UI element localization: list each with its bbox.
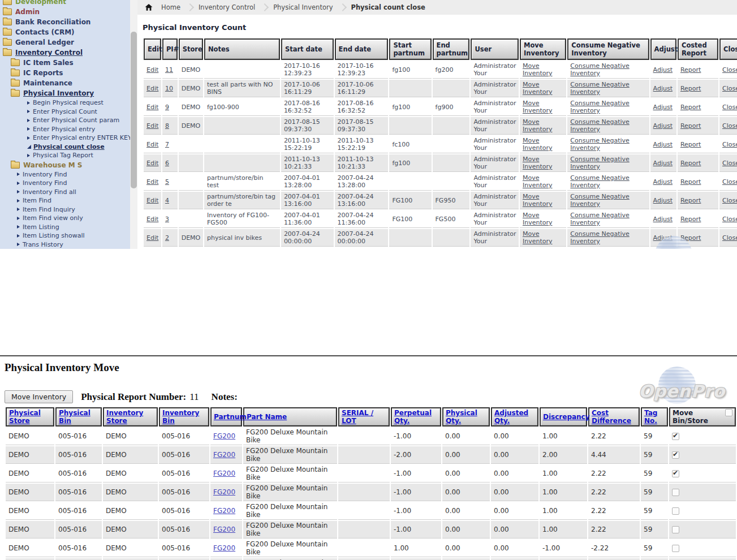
partnum-link[interactable]: FG200 [213,469,235,477]
consume-negative-inventory-link[interactable]: Consume Negative Inventory [570,100,629,114]
partnum-link[interactable]: FG200 [213,488,235,496]
move-bin-store-checkbox[interactable] [672,545,679,552]
sidebar-tree-item[interactable]: Inventory Find [0,179,130,188]
partnum-link[interactable]: FG200 [213,525,235,533]
move-inventory-link[interactable]: Move Inventory [523,174,553,189]
close-link[interactable]: Close [722,160,737,167]
consume-negative-inventory-link[interactable]: Consume Negative Inventory [570,212,629,226]
consume-negative-inventory-link[interactable]: Consume Negative Inventory [570,118,629,133]
col-discrepancy-link[interactable]: Discrepancy [543,413,590,421]
sidebar-tree-item[interactable]: General Ledger [0,37,130,48]
consume-negative-inventory-link[interactable]: Consume Negative Inventory [570,62,629,77]
sidebar-item-label[interactable]: Item Find [23,197,51,204]
sidebar-tree-item[interactable]: Inventory Control [0,48,130,58]
pi-number-link[interactable]: 5 [165,178,169,186]
sidebar-item-label[interactable]: Admin [15,8,40,16]
move-bin-store-checkbox[interactable] [672,433,679,440]
adjust-link[interactable]: Adjust [653,178,673,186]
home-icon[interactable] [145,3,153,11]
sidebar-tree-item[interactable]: Maintenance [0,78,130,88]
pi-number-link[interactable]: 10 [165,85,173,92]
edit-link[interactable]: Edit [146,104,158,111]
close-link[interactable]: Close [722,66,737,74]
sidebar-tree-item[interactable]: Enter Physical entry ENTER KEY [0,133,130,143]
sidebar-item-label[interactable]: IC Reports [23,69,63,77]
close-link[interactable]: Close [722,85,737,92]
adjust-link[interactable]: Adjust [653,141,673,148]
edit-link[interactable]: Edit [146,122,158,130]
adjust-link[interactable]: Adjust [653,216,673,223]
sidebar-item-label[interactable]: Warehouse M S [23,161,83,169]
edit-link[interactable]: Edit [146,85,158,92]
report-link[interactable]: Report [680,197,701,204]
sidebar-tree-item[interactable]: Begin Physical request [0,98,130,107]
partnum-link[interactable]: FG200 [213,544,235,552]
report-link[interactable]: Report [680,122,701,130]
sidebar-tree-item[interactable]: Item Find Inquiry [0,205,130,214]
col-adjusted-qty-link[interactable]: Adjusted Qty. [494,409,528,425]
close-link[interactable]: Close [722,216,737,223]
breadcrumb-link[interactable]: Inventory Control [195,3,256,11]
sidebar-item-label[interactable]: General Ledger [15,38,74,46]
sidebar-item-label[interactable]: Enter Physical entry ENTER KEY [33,134,130,141]
edit-link[interactable]: Edit [146,216,158,223]
col-cost-difference-link[interactable]: Cost Difference [592,409,631,425]
sidebar-tree-item[interactable]: Item Listing [0,223,130,232]
select-all-checkbox[interactable] [725,409,732,416]
sidebar-tree-item[interactable]: Warehouse M S [0,160,130,170]
report-link[interactable]: Report [680,66,701,74]
sidebar-tree-item[interactable]: Item Find [0,196,130,205]
partnum-link[interactable]: FG200 [213,432,235,440]
partnum-link[interactable]: FG200 [213,507,235,515]
consume-negative-inventory-link[interactable]: Consume Negative Inventory [570,174,629,189]
move-inventory-button[interactable]: Move Inventory [5,390,73,403]
pi-number-link[interactable]: 4 [165,197,169,204]
pi-number-link[interactable]: 7 [165,141,169,148]
adjust-link[interactable]: Adjust [653,197,673,204]
pi-number-link[interactable]: 2 [165,234,169,242]
move-bin-store-checkbox[interactable] [672,470,679,477]
sidebar-item-label[interactable]: Development [15,0,66,6]
sidebar-item-label[interactable]: Begin Physical request [33,99,104,106]
sidebar-item-label[interactable]: Enter Physical entry [33,126,95,133]
col-serial-lot-link[interactable]: SERIAL / LOT [342,409,373,425]
report-link[interactable]: Report [680,178,701,186]
breadcrumb-link[interactable]: Physical Inventory [270,3,334,11]
move-inventory-link[interactable]: Move Inventory [523,137,553,152]
consume-negative-inventory-link[interactable]: Consume Negative Inventory [570,137,629,152]
pi-number-link[interactable]: 9 [165,104,169,111]
sidebar-item-label[interactable]: Maintenance [23,79,72,87]
close-link[interactable]: Close [722,104,737,111]
partnum-link[interactable]: FG200 [213,451,235,459]
move-inventory-link[interactable]: Move Inventory [523,156,553,170]
sidebar-item-label[interactable]: Enter Physical Count param [33,117,119,124]
close-link[interactable]: Close [722,234,737,242]
sidebar-item-label[interactable]: Physical Inventory [23,89,94,97]
consume-negative-inventory-link[interactable]: Consume Negative Inventory [570,193,629,208]
sidebar-item-label[interactable]: Item Find view only [23,214,83,222]
pi-number-link[interactable]: 8 [165,122,169,130]
sidebar-item-label[interactable]: Item Listing showall [23,232,85,239]
move-bin-store-checkbox[interactable] [672,507,679,515]
report-link[interactable]: Report [680,104,701,111]
sidebar-tree-item[interactable]: Enter Physical Count [0,107,130,117]
report-link[interactable]: Report [680,216,701,223]
sidebar-item-label[interactable]: Inventory Control [15,49,83,57]
sidebar-scrollbar[interactable] [130,0,137,249]
sidebar-tree-item[interactable]: Item Find view only [0,214,130,223]
sidebar-tree-item[interactable]: IC Item Sales [0,58,130,68]
col-inventory-bin-link[interactable]: Inventory Bin [162,409,199,425]
col-physical-qty-link[interactable]: Physical Qty. [446,409,477,425]
edit-link[interactable]: Edit [146,178,158,186]
adjust-link[interactable]: Adjust [653,234,673,242]
pi-number-link[interactable]: 11 [165,66,173,74]
sidebar-item-label[interactable]: Inventory Find [23,179,67,187]
edit-link[interactable]: Edit [146,141,158,148]
move-bin-store-checkbox[interactable] [672,489,679,496]
sidebar-tree-item[interactable]: Item Listing showall [0,231,130,240]
move-bin-store-checkbox[interactable] [672,451,679,459]
sidebar-item-label[interactable]: Inventory Find [23,171,67,178]
report-link[interactable]: Report [680,85,701,92]
close-link[interactable]: Close [722,122,737,130]
move-bin-store-checkbox[interactable] [672,526,679,533]
